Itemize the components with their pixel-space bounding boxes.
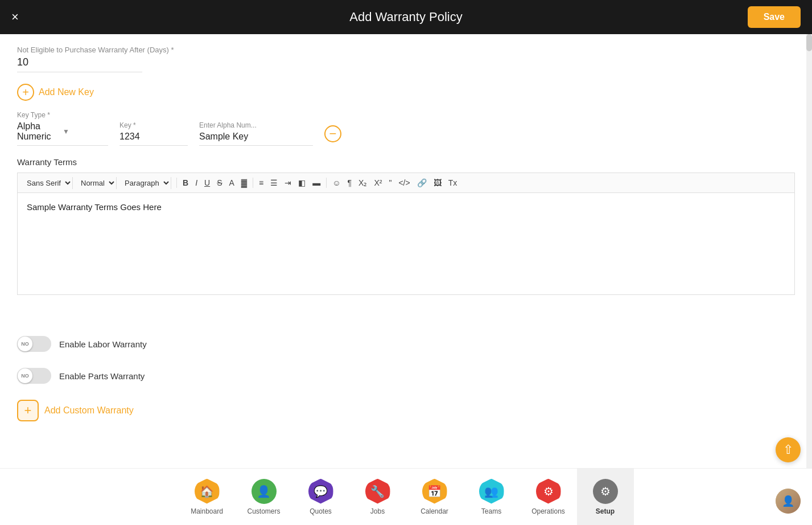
- mainboard-label: Mainboard: [191, 507, 223, 515]
- parts-toggle-knob: NO: [18, 368, 32, 383]
- nav-item-teams[interactable]: 👥 Teams: [463, 469, 520, 526]
- not-eligible-label: Not Eligible to Purchase Warranty After …: [17, 46, 795, 54]
- bottom-navigation: 🏠 Mainboard 👤 Customers 💬 Quotes 🔧 Jobs …: [0, 468, 812, 525]
- italic-button[interactable]: I: [192, 177, 200, 189]
- plus-circle-icon: +: [17, 84, 34, 101]
- header: × Add Warranty Policy Save: [0, 0, 812, 34]
- close-button[interactable]: ×: [11, 11, 19, 23]
- warranty-terms-section: Warranty Terms Sans Serif Normal Paragra…: [17, 157, 795, 295]
- remove-key-button[interactable]: −: [324, 125, 341, 142]
- nav-item-mainboard[interactable]: 🏠 Mainboard: [179, 469, 236, 526]
- key-type-select[interactable]: Alpha Numeric ▼: [17, 121, 108, 146]
- code-button[interactable]: </>: [395, 177, 413, 189]
- key-type-label: Key Type *: [17, 111, 108, 119]
- superscript-button[interactable]: X²: [371, 177, 385, 189]
- align-center-button[interactable]: ▬: [310, 177, 323, 189]
- font-family-select[interactable]: Sans Serif: [22, 177, 73, 189]
- bold-button[interactable]: B: [180, 177, 191, 189]
- operations-icon: ⚙: [536, 479, 561, 504]
- subscript-button[interactable]: X₂: [356, 177, 370, 189]
- labor-warranty-row: NO Enable Labor Warranty: [17, 336, 795, 352]
- toolbar-separator-1: [176, 178, 177, 188]
- toolbar-separator-2: [253, 178, 253, 188]
- nav-item-operations[interactable]: ⚙ Operations: [520, 469, 577, 526]
- page-title: Add Warranty Policy: [349, 10, 462, 24]
- align-left-button[interactable]: ◧: [295, 177, 308, 189]
- teams-icon: 👥: [479, 479, 504, 504]
- not-eligible-value: 10: [17, 56, 142, 72]
- underline-button[interactable]: U: [201, 177, 213, 189]
- save-button[interactable]: Save: [748, 6, 801, 28]
- parts-warranty-label: Enable Parts Warranty: [59, 371, 145, 381]
- font-size-select[interactable]: Normal: [76, 177, 117, 189]
- not-eligible-field: Not Eligible to Purchase Warranty After …: [17, 46, 795, 72]
- parts-warranty-toggle[interactable]: NO: [17, 368, 51, 384]
- font-color-button[interactable]: A: [226, 177, 237, 189]
- teams-label: Teams: [481, 507, 501, 515]
- paragraph-select[interactable]: Paragraph: [120, 177, 171, 189]
- add-custom-label: Add Custom Warranty: [44, 405, 134, 416]
- toolbar-separator-3: [326, 178, 327, 188]
- nav-item-customers[interactable]: 👤 Customers: [236, 469, 292, 526]
- custom-plus-icon: +: [17, 400, 39, 421]
- clear-format-button[interactable]: Tx: [446, 177, 460, 189]
- enter-alpha-field: Enter Alpha Num...: [199, 121, 313, 146]
- editor-content: Sample Warranty Terms Goes Here: [27, 202, 162, 212]
- setup-label: Setup: [596, 507, 615, 515]
- highlight-button[interactable]: ▓: [238, 177, 250, 189]
- enter-alpha-label: Enter Alpha Num...: [199, 121, 313, 129]
- nav-item-jobs[interactable]: 🔧 Jobs: [349, 469, 406, 526]
- labor-warranty-label: Enable Labor Warranty: [59, 339, 147, 349]
- add-new-key-label: Add New Key: [39, 87, 94, 97]
- calendar-icon: 📅: [422, 479, 447, 504]
- mainboard-icon: 🏠: [195, 479, 220, 504]
- quotes-label: Quotes: [310, 507, 332, 515]
- blockquote-button[interactable]: ": [386, 177, 394, 189]
- editor-area[interactable]: Sample Warranty Terms Goes Here: [17, 192, 795, 295]
- editor-toolbar: Sans Serif Normal Paragraph B I U S A ▓ …: [17, 173, 795, 192]
- calendar-label: Calendar: [421, 507, 448, 515]
- link-button[interactable]: 🔗: [414, 177, 430, 189]
- key-label: Key *: [119, 121, 188, 129]
- labor-toggle-knob: NO: [18, 337, 32, 351]
- nav-item-setup[interactable]: ⚙ Setup: [577, 469, 634, 526]
- parts-warranty-row: NO Enable Parts Warranty: [17, 368, 795, 384]
- jobs-label: Jobs: [370, 507, 385, 515]
- image-button[interactable]: 🖼: [431, 177, 444, 189]
- customers-icon: 👤: [252, 479, 277, 504]
- avatar[interactable]: 👤: [776, 489, 801, 514]
- main-content: Not Eligible to Purchase Warranty After …: [0, 34, 812, 468]
- scroll-up-button[interactable]: ⇧: [776, 437, 801, 462]
- ordered-list-button[interactable]: ≡: [256, 177, 266, 189]
- operations-label: Operations: [531, 507, 565, 515]
- setup-icon: ⚙: [593, 479, 618, 504]
- customers-label: Customers: [247, 507, 280, 515]
- jobs-icon: 🔧: [365, 479, 390, 504]
- scroll-thumb[interactable]: [806, 34, 812, 51]
- nav-item-quotes[interactable]: 💬 Quotes: [292, 469, 349, 526]
- indent-button[interactable]: ⇥: [282, 177, 294, 189]
- avatar-image: 👤: [776, 489, 801, 514]
- key-row: Key Type * Alpha Numeric ▼ Key * Enter A…: [17, 111, 795, 146]
- enter-alpha-input[interactable]: [199, 132, 313, 146]
- scrollbar[interactable]: [806, 34, 812, 468]
- chevron-down-icon: ▼: [63, 128, 108, 136]
- paragraph-mark-button[interactable]: ¶: [345, 177, 355, 189]
- warranty-terms-label: Warranty Terms: [17, 157, 795, 167]
- quotes-icon: 💬: [308, 479, 333, 504]
- key-value-field: Key *: [119, 121, 188, 146]
- add-new-key-button[interactable]: + Add New Key: [17, 84, 795, 101]
- add-custom-warranty-button[interactable]: + Add Custom Warranty: [17, 400, 795, 421]
- emoji-button[interactable]: ☺: [329, 177, 343, 189]
- key-type-field: Key Type * Alpha Numeric ▼: [17, 111, 108, 146]
- key-type-value: Alpha Numeric: [17, 121, 63, 142]
- key-input[interactable]: [119, 132, 188, 146]
- nav-item-calendar[interactable]: 📅 Calendar: [406, 469, 463, 526]
- strikethrough-button[interactable]: S: [214, 177, 225, 189]
- labor-warranty-toggle[interactable]: NO: [17, 336, 51, 352]
- unordered-list-button[interactable]: ☰: [267, 177, 281, 189]
